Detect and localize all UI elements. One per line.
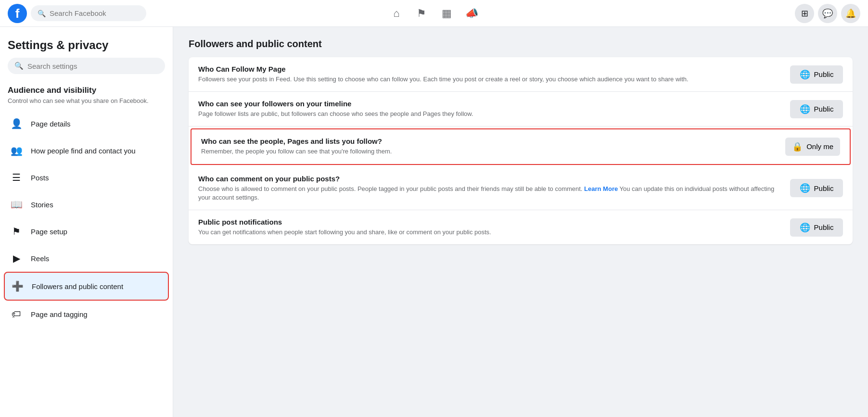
sidebar-item-label: Page setup bbox=[31, 227, 67, 236]
sidebar-item-label: Page details bbox=[31, 120, 71, 128]
sidebar-item-page-details[interactable]: 👤 Page details bbox=[4, 110, 169, 137]
see-following-row: Who can see the people, Pages and lists … bbox=[191, 128, 851, 164]
comment-posts-title: Who can comment on your public posts? bbox=[198, 175, 782, 183]
comment-desc-text: Choose who is allowed to comment on your… bbox=[198, 185, 584, 192]
posts-icon: ☰ bbox=[8, 169, 25, 186]
comment-posts-button[interactable]: 🌐 Public bbox=[790, 179, 843, 197]
search-bar[interactable]: 🔍 bbox=[31, 5, 146, 21]
see-following-btn-label: Only me bbox=[806, 142, 833, 151]
comment-posts-text: Who can comment on your public posts? Ch… bbox=[198, 175, 790, 202]
sidebar-item-label: Posts bbox=[31, 174, 49, 182]
see-following-title: Who can see the people, Pages and lists … bbox=[201, 137, 778, 145]
audience-visibility-desc: Control who can see what you share on Fa… bbox=[4, 97, 169, 110]
globe-icon-2: 🌐 bbox=[800, 104, 810, 114]
nav-center: ⌂ ⚑ ▦ 📣 bbox=[292, 2, 576, 25]
settings-card: Who Can Follow My Page Followers see you… bbox=[189, 57, 853, 244]
see-following-desc: Remember, the people you follow can see … bbox=[201, 147, 778, 156]
search-input[interactable] bbox=[50, 9, 140, 17]
sidebar-item-page-tagging[interactable]: 🏷 Page and tagging bbox=[4, 301, 169, 328]
page-tagging-icon: 🏷 bbox=[8, 305, 25, 323]
globe-icon: 🌐 bbox=[800, 69, 810, 80]
main-content: Followers and public content Who Can Fol… bbox=[173, 27, 868, 417]
sidebar-search-input[interactable] bbox=[27, 62, 158, 70]
grid-menu-button[interactable]: ⊞ bbox=[795, 4, 814, 23]
facebook-logo[interactable]: f bbox=[8, 4, 27, 23]
main-layout: Settings & privacy 🔍 Audience and visibi… bbox=[0, 27, 868, 417]
see-followers-text: Who can see your followers on your timel… bbox=[198, 100, 790, 118]
learn-more-link[interactable]: Learn More bbox=[584, 185, 618, 192]
sidebar-search-icon: 🔍 bbox=[14, 62, 24, 70]
home-nav-button[interactable]: ⌂ bbox=[385, 2, 408, 25]
comment-posts-desc: Choose who is allowed to comment on your… bbox=[198, 185, 782, 202]
sidebar-item-label: Reels bbox=[31, 254, 49, 263]
marketplace-nav-button[interactable]: ▦ bbox=[435, 2, 458, 25]
top-navigation: f 🔍 ⌂ ⚑ ▦ 📣 ⊞ 💬 🔔 bbox=[0, 0, 868, 27]
post-notifications-btn-label: Public bbox=[814, 223, 834, 231]
stories-icon: 📖 bbox=[8, 196, 25, 213]
search-icon: 🔍 bbox=[38, 10, 46, 17]
see-followers-desc: Page follower lists are public, but foll… bbox=[198, 110, 782, 118]
post-notifications-row: Public post notifications You can get no… bbox=[189, 210, 853, 244]
sidebar-item-label: How people find and contact you bbox=[31, 147, 136, 155]
audience-visibility-title: Audience and visibility bbox=[4, 82, 169, 97]
who-can-follow-btn-label: Public bbox=[814, 70, 834, 78]
post-notifications-title: Public post notifications bbox=[198, 218, 782, 226]
sidebar-item-label: Page and tagging bbox=[31, 310, 88, 318]
who-can-follow-title: Who Can Follow My Page bbox=[198, 65, 782, 73]
post-notifications-button[interactable]: 🌐 Public bbox=[790, 218, 843, 237]
nav-left: f 🔍 bbox=[8, 4, 292, 23]
who-can-follow-button[interactable]: 🌐 Public bbox=[790, 65, 843, 84]
sidebar-title: Settings & privacy bbox=[4, 35, 169, 58]
post-notifications-text: Public post notifications You can get no… bbox=[198, 218, 790, 237]
sidebar-item-label: Followers and public content bbox=[32, 282, 123, 291]
ads-nav-button[interactable]: 📣 bbox=[460, 2, 483, 25]
comment-posts-row: Who can comment on your public posts? Ch… bbox=[189, 167, 853, 210]
sidebar-item-followers[interactable]: ➕ Followers and public content bbox=[4, 272, 169, 301]
post-notifications-desc: You can get notifications when people st… bbox=[198, 228, 782, 237]
page-setup-icon: ⚑ bbox=[8, 223, 25, 240]
see-following-text: Who can see the people, Pages and lists … bbox=[201, 137, 785, 156]
globe-icon-4: 🌐 bbox=[800, 222, 810, 233]
sidebar-search-bar[interactable]: 🔍 bbox=[8, 58, 165, 74]
sidebar-item-label: Stories bbox=[31, 201, 53, 209]
nav-right: ⊞ 💬 🔔 bbox=[576, 4, 860, 23]
sidebar-item-reels[interactable]: ▶ Reels bbox=[4, 245, 169, 272]
see-followers-button[interactable]: 🌐 Public bbox=[790, 100, 843, 118]
sidebar-item-page-setup[interactable]: ⚑ Page setup bbox=[4, 218, 169, 245]
who-can-follow-row: Who Can Follow My Page Followers see you… bbox=[189, 57, 853, 92]
see-followers-row: Who can see your followers on your timel… bbox=[189, 92, 853, 126]
fb-logo-letter: f bbox=[15, 7, 20, 20]
flag-nav-button[interactable]: ⚑ bbox=[410, 2, 433, 25]
see-followers-title: Who can see your followers on your timel… bbox=[198, 100, 782, 108]
see-followers-btn-label: Public bbox=[814, 105, 834, 113]
sidebar-item-find-contact[interactable]: 👥 How people find and contact you bbox=[4, 137, 169, 164]
see-following-button[interactable]: 🔒 Only me bbox=[785, 138, 840, 156]
who-can-follow-desc: Followers see your posts in Feed. Use th… bbox=[198, 75, 782, 84]
sidebar-item-posts[interactable]: ☰ Posts bbox=[4, 164, 169, 191]
sidebar: Settings & privacy 🔍 Audience and visibi… bbox=[0, 27, 173, 417]
page-details-icon: 👤 bbox=[8, 115, 25, 132]
find-contact-icon: 👥 bbox=[8, 142, 25, 159]
who-can-follow-text: Who Can Follow My Page Followers see you… bbox=[198, 65, 790, 84]
globe-icon-3: 🌐 bbox=[800, 183, 810, 193]
sidebar-item-stories[interactable]: 📖 Stories bbox=[4, 191, 169, 218]
reels-icon: ▶ bbox=[8, 250, 25, 267]
content-title: Followers and public content bbox=[189, 38, 853, 50]
notifications-button[interactable]: 🔔 bbox=[841, 4, 860, 23]
messenger-button[interactable]: 💬 bbox=[818, 4, 837, 23]
lock-icon: 🔒 bbox=[792, 141, 803, 152]
followers-icon: ➕ bbox=[9, 278, 26, 295]
comment-posts-btn-label: Public bbox=[814, 184, 834, 192]
